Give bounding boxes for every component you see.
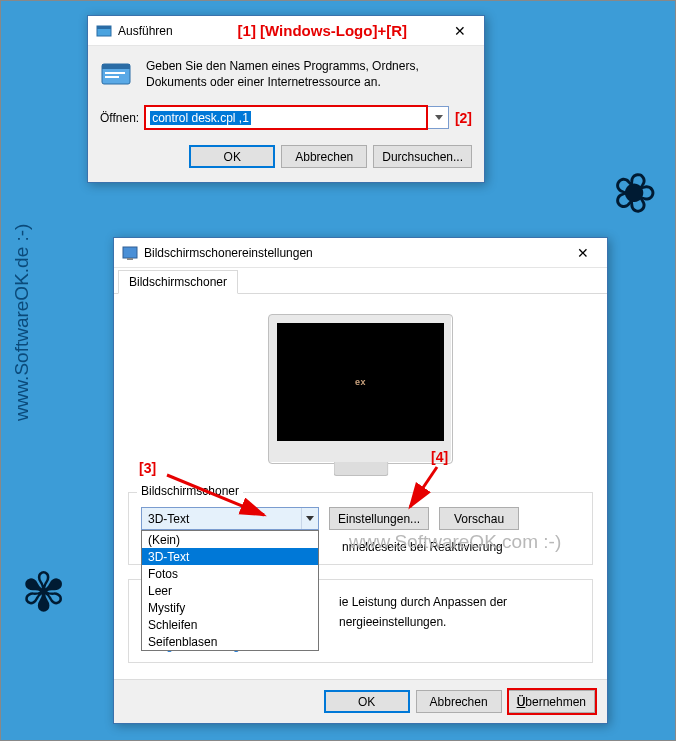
open-command-text: control desk.cpl ,1 [150, 111, 251, 125]
decor-silhouette-1: ❀ [603, 156, 665, 230]
run-dialog-icon [100, 58, 134, 92]
option-mystify[interactable]: Mystify [142, 599, 318, 616]
groupbox-legend: Bildschirmschoner [137, 484, 243, 498]
apply-button[interactable]: Übernehmen Ü [508, 690, 595, 713]
run-description: Geben Sie den Namen eines Programms, Ord… [146, 58, 472, 92]
screensaver-settings-dialog: Bildschirmschonereinstellungen ✕ Bildsch… [113, 237, 608, 724]
preview-monitor: ex [268, 314, 453, 464]
browse-button[interactable]: Durchsuchen... [373, 145, 472, 168]
energy-text-2: nergieeinstellungen. [339, 614, 580, 630]
screensaver-dropdown: (Kein) 3D-Text Fotos Leer Mystify Schlei… [141, 530, 319, 651]
settings-title: Bildschirmschonereinstellungen [144, 246, 560, 260]
option-none[interactable]: (Kein) [142, 531, 318, 548]
annotation-1: [1] [Windows-Logo]+[R] [238, 22, 407, 39]
preview-button[interactable]: Vorschau [439, 507, 519, 530]
cancel-button[interactable]: Abbrechen [281, 145, 367, 168]
settings-button[interactable]: Einstellungen... [329, 507, 429, 530]
chevron-down-icon[interactable] [301, 508, 318, 529]
option-leer[interactable]: Leer [142, 582, 318, 599]
run-window-icon [96, 23, 112, 39]
tab-screensaver[interactable]: Bildschirmschoner [118, 270, 238, 294]
close-icon[interactable]: ✕ [560, 238, 605, 267]
svg-rect-6 [123, 247, 137, 258]
apply-label: Übernehmen [517, 695, 586, 709]
cancel-button[interactable]: Abbrechen [416, 690, 502, 713]
watermark-vertical: www.SoftwareOK.de :-) [11, 224, 33, 421]
screensaver-groupbox: Bildschirmschoner 3D-Text (Kein) 3D-Text… [128, 492, 593, 565]
option-3d-text[interactable]: 3D-Text [142, 548, 318, 565]
option-schleifen[interactable]: Schleifen [142, 616, 318, 633]
tab-strip: Bildschirmschoner [114, 268, 607, 294]
run-titlebar: Ausführen [1] [Windows-Logo]+[R] ✕ [88, 16, 484, 46]
watermark-horizontal: www.SoftwareOK.com :-) [349, 531, 561, 553]
svg-rect-7 [127, 258, 133, 260]
option-fotos[interactable]: Fotos [142, 565, 318, 582]
ok-button[interactable]: OK [324, 690, 410, 713]
preview-3d-text: ex [355, 377, 366, 387]
settings-titlebar: Bildschirmschonereinstellungen ✕ [114, 238, 607, 268]
decor-silhouette-2: ✾ [21, 561, 66, 624]
close-icon[interactable]: ✕ [437, 16, 482, 45]
svg-rect-1 [97, 26, 111, 29]
chevron-down-icon[interactable] [431, 107, 448, 128]
preview-screen: ex [277, 323, 444, 441]
select-value: 3D-Text [142, 512, 301, 526]
open-combobox[interactable]: control desk.cpl ,1 [145, 106, 449, 129]
option-seifenblasen[interactable]: Seifenblasen [142, 633, 318, 650]
screensaver-select[interactable]: 3D-Text (Kein) 3D-Text Fotos Leer Mystif… [141, 507, 319, 530]
annotation-2: [2] [455, 110, 472, 126]
svg-rect-5 [105, 76, 119, 78]
annotation-4: [4] [431, 449, 448, 465]
settings-window-icon [122, 245, 138, 261]
svg-rect-3 [102, 64, 130, 69]
open-label: Öffnen: [100, 111, 139, 125]
svg-rect-4 [105, 72, 125, 74]
run-dialog: Ausführen [1] [Windows-Logo]+[R] ✕ Geben… [87, 15, 485, 183]
annotation-3: [3] [139, 460, 156, 476]
ok-button[interactable]: OK [189, 145, 275, 168]
energy-text-1: ie Leistung durch Anpassen der [339, 594, 580, 610]
run-title: Ausführen [118, 24, 238, 38]
